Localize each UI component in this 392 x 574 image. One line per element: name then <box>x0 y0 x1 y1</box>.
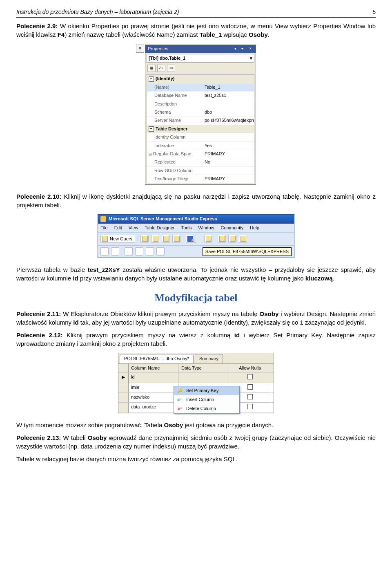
tab-osoby[interactable]: POLSL-F8755MI... - dbo.Osoby* <box>120 354 194 363</box>
toolbar-icon[interactable] <box>239 235 247 243</box>
menu-edit[interactable]: Edit <box>114 225 122 231</box>
checkbox-icon[interactable] <box>247 404 253 409</box>
toolbar-icon[interactable] <box>228 235 236 243</box>
properties-grid: − (Identity) (Name) Table_1 Database Nam… <box>147 74 254 183</box>
object-selector[interactable]: [Tbl] dbo.Table_1 ▾ <box>147 54 254 63</box>
tab-summary[interactable]: Summary <box>195 354 223 363</box>
column-grid: Column Name Data Type Allow Nulls ▶ id i… <box>118 363 274 413</box>
checkbox-icon[interactable] <box>247 374 253 379</box>
polecenie-2-13: Polecenie 2.13: W tabeli Osoby wprowadź … <box>16 433 376 451</box>
menu-table-designer[interactable]: Table Designer <box>145 225 174 231</box>
cursor-icon: ↖ <box>191 237 196 246</box>
prop-row[interactable]: Text/Image Filegr PRIMARY <box>147 175 254 183</box>
close-icon[interactable]: × <box>136 45 144 53</box>
section-modyfikacja-tabel: Modyfikacja tabel <box>16 291 376 305</box>
key-icon: 🔑 <box>176 388 183 394</box>
panel-pin-close-icons[interactable]: ▾ ⏷ × <box>234 46 253 52</box>
table-designer-figure: POLSL-F8755MI... - dbo.Osoby* Summary Co… <box>16 353 376 413</box>
alpha-sort-icon[interactable]: A↓ <box>157 65 165 72</box>
prop-row[interactable]: Server Name polsl-f8755mi6w\sqlexpres <box>147 116 254 124</box>
prop-row[interactable]: Description <box>147 100 254 108</box>
ctx-insert-column[interactable]: ≡⁺ Insert Column <box>174 395 239 404</box>
new-query-icon <box>102 236 108 242</box>
category-identity[interactable]: − (Identity) <box>147 74 254 83</box>
toolbar-icon[interactable] <box>111 247 119 256</box>
ctx-delete-column[interactable]: ≡ˣ Delete Column <box>174 404 239 413</box>
toolbar-icon[interactable] <box>151 235 159 243</box>
prop-row-name[interactable]: (Name) Table_1 <box>147 83 254 91</box>
secondary-toolbar: Save POLSL-F8755MI6W\SQLEXPRESS <box>98 245 294 258</box>
insert-column-icon: ≡⁺ <box>176 397 183 403</box>
collapse-icon[interactable]: − <box>149 126 154 132</box>
delete-column-icon: ≡ˣ <box>176 406 183 412</box>
app-logo-icon <box>100 216 106 222</box>
polecenie-2-11: Polecenie 2.11: W Eksploratorze Obiektów… <box>16 309 376 327</box>
header-column-name: Column Name <box>129 364 179 372</box>
prop-row[interactable]: Row GUID Column <box>147 166 254 175</box>
menu-window[interactable]: Window <box>198 225 214 231</box>
polecenie-2-10: Polecenie 2.10: Kliknij w ikonę dyskietk… <box>16 192 376 209</box>
toolbar-icon[interactable] <box>218 235 226 243</box>
page-number: 5 <box>372 8 376 16</box>
menu-view[interactable]: View <box>129 225 138 231</box>
table-row[interactable]: ▶ id <box>118 373 274 383</box>
toolbar-icon[interactable] <box>156 247 165 256</box>
toolbar-icon[interactable] <box>162 235 170 243</box>
new-query-button[interactable]: New Query <box>100 235 135 243</box>
prop-row[interactable]: Identity Column <box>147 133 254 141</box>
ssms-figure: Microsoft SQL Server Management Studio E… <box>16 214 376 258</box>
context-menu: 🔑 Set Primary Key ≡⁺ Insert Column ≡ˣ De… <box>174 386 240 414</box>
prop-row[interactable]: Schema dbo <box>147 108 254 116</box>
toolbar-icon[interactable] <box>146 247 154 256</box>
header-allow-nulls: Allow Nulls <box>229 364 271 372</box>
polecenie-2-9-lead: Polecenie 2.9: <box>16 22 58 29</box>
save-tooltip: Save POLSL-F8755MI6W\SQLEXPRESS <box>203 247 292 256</box>
pages-icon[interactable]: ▭ <box>167 65 175 72</box>
collapse-icon[interactable]: − <box>149 76 154 82</box>
prop-row[interactable]: Indexable Yes <box>147 141 254 150</box>
category-table-designer[interactable]: − Table Designer <box>147 125 254 133</box>
row-selector-icon[interactable]: ▶ <box>118 373 129 382</box>
prop-row[interactable]: Replicated No <box>147 158 254 166</box>
window-title-bar: Microsoft SQL Server Management Studio E… <box>98 215 294 223</box>
open-icon[interactable] <box>172 235 180 243</box>
checkbox-icon[interactable] <box>247 384 253 390</box>
save-all-icon[interactable] <box>204 235 212 243</box>
paragraph-sql: Tabele w relacyjnej bazie danych można t… <box>16 455 376 463</box>
document-tabs: POLSL-F8755MI... - dbo.Osoby* Summary <box>118 353 274 363</box>
properties-title-bar: Properties ▾ ⏷ × <box>145 45 256 53</box>
polecenie-2-9: Polecenie 2.9: W okienku Properties po p… <box>16 22 376 39</box>
paragraph-congrats: W tym momencie możesz sobie pogratulować… <box>16 421 376 429</box>
menu-community[interactable]: Community <box>221 225 244 231</box>
prop-row[interactable]: Database Name test_z25s1 <box>147 91 254 99</box>
toolbar-icon[interactable] <box>135 247 143 256</box>
menu-help[interactable]: Help <box>250 225 259 231</box>
menu-bar: File Edit View Table Designer Tools Wind… <box>98 224 294 232</box>
chevron-down-icon: ▾ <box>250 55 252 61</box>
polecenie-2-12: Polecenie 2.12: Kliknij prawym przyciski… <box>16 331 376 348</box>
checkbox-icon[interactable] <box>247 394 253 399</box>
toolbar-icon[interactable] <box>125 247 133 256</box>
menu-file[interactable]: File <box>100 225 108 231</box>
header-title: Instrukcja do przedmiotu Bazy danych – l… <box>16 8 179 16</box>
categorized-icon[interactable]: ▦ <box>147 65 156 72</box>
prop-row[interactable]: Regular Data Spac PRIMARY <box>147 150 254 158</box>
main-toolbar: New Query ↖ <box>98 232 294 245</box>
toolbar-icon[interactable] <box>140 235 149 243</box>
properties-toolbar: ▦ A↓ ▭ <box>147 64 254 73</box>
ctx-set-primary-key[interactable]: 🔑 Set Primary Key <box>174 386 239 395</box>
paragraph-first-table: Pierwsza tabela w bazie test_z2XsY zosta… <box>16 265 376 283</box>
header-data-type: Data Type <box>179 364 229 372</box>
menu-tools[interactable]: Tools <box>181 225 192 231</box>
properties-panel-figure: × Properties ▾ ⏷ × [Tbl] dbo.Table_1 ▾ ▦… <box>16 45 376 185</box>
toolbar-icon[interactable] <box>100 247 109 256</box>
